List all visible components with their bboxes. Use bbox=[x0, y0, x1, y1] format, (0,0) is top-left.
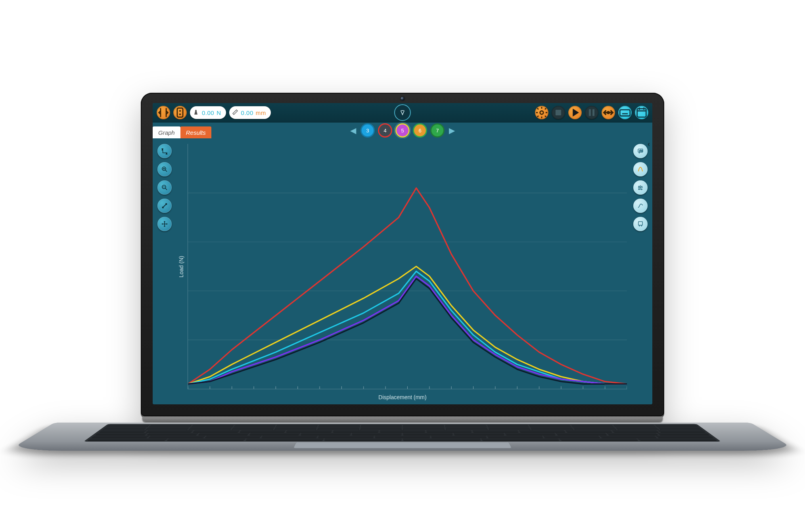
svg-rect-4 bbox=[556, 110, 561, 115]
left-graph-tools: yx bbox=[156, 142, 173, 401]
load-unit: N bbox=[217, 109, 221, 116]
laptop-frame: 0.00 N 0.00 mm bbox=[141, 93, 664, 439]
sample-chip-3[interactable]: 3 bbox=[362, 124, 374, 136]
svg-point-3 bbox=[540, 111, 544, 115]
sample-chip-7[interactable]: 7 bbox=[431, 124, 443, 136]
main-content: ‹ yx bbox=[153, 138, 652, 404]
toolbar-right-group bbox=[535, 106, 648, 119]
tab-results[interactable]: Results bbox=[180, 126, 211, 138]
save-button[interactable] bbox=[635, 106, 648, 119]
displacement-readout: 0.00 mm bbox=[229, 106, 271, 119]
x-axis-label: Displacement (mm) bbox=[176, 391, 629, 401]
plot-wrap: Load (N) Displacement (mm) bbox=[173, 142, 632, 401]
svg-rect-5 bbox=[589, 109, 591, 116]
svg-text:÷: ÷ bbox=[641, 188, 643, 190]
svg-point-1 bbox=[179, 110, 181, 112]
svg-text:×: × bbox=[638, 188, 640, 190]
sample-chip-4[interactable]: 4 bbox=[379, 124, 391, 136]
sample-prev-arrow[interactable]: ◀ bbox=[349, 124, 358, 137]
app-logo bbox=[394, 104, 411, 121]
sample-chip-6[interactable]: 6 bbox=[414, 124, 426, 136]
peak-analysis-button[interactable] bbox=[633, 162, 648, 176]
plot-area[interactable] bbox=[188, 144, 627, 389]
top-toolbar: 0.00 N 0.00 mm bbox=[153, 103, 652, 122]
play-button[interactable] bbox=[568, 106, 582, 119]
svg-text:y: y bbox=[162, 148, 163, 150]
screen-bezel: 0.00 N 0.00 mm bbox=[141, 93, 664, 416]
svg-rect-45 bbox=[638, 222, 643, 225]
weight-icon bbox=[192, 109, 199, 117]
y-axis-label: Load (N) bbox=[176, 142, 186, 391]
svg-rect-9 bbox=[637, 109, 646, 117]
svg-text:+Aa: +Aa bbox=[639, 149, 643, 152]
ruler-icon bbox=[232, 109, 239, 117]
tab-graph[interactable]: Graph bbox=[153, 126, 180, 138]
svg-point-2 bbox=[179, 113, 181, 115]
return-home-button[interactable] bbox=[602, 106, 615, 119]
collapse-right-panel-icon[interactable]: ‹ bbox=[648, 140, 650, 148]
svg-rect-0 bbox=[177, 108, 183, 117]
disp-unit: mm bbox=[256, 109, 266, 116]
zoom-out-button[interactable] bbox=[157, 180, 172, 195]
sample-chip-5[interactable]: 5 bbox=[397, 124, 408, 136]
sample-selector-bar: Graph Results ◀ 34567 ▶ bbox=[153, 122, 652, 138]
load-value: 0.00 bbox=[202, 109, 214, 116]
disp-value: 0.00 bbox=[241, 109, 253, 116]
load-readout: 0.00 N bbox=[190, 106, 226, 119]
view-tabs: Graph Results bbox=[153, 122, 211, 138]
plot-body: Load (N) bbox=[176, 142, 629, 391]
svg-rect-6 bbox=[592, 109, 594, 116]
laptop-base bbox=[141, 416, 664, 439]
axes-button[interactable]: yx bbox=[157, 144, 172, 158]
math-button[interactable]: +−×÷ bbox=[633, 180, 648, 195]
annotation-button[interactable]: +Aa bbox=[633, 144, 648, 158]
svg-text:−: − bbox=[641, 185, 643, 188]
settings-button[interactable] bbox=[535, 106, 548, 119]
toolbar-left-group: 0.00 N 0.00 mm bbox=[157, 106, 271, 119]
app-screen: 0.00 N 0.00 mm bbox=[153, 103, 652, 404]
zoom-in-button[interactable] bbox=[157, 162, 172, 176]
controller-button[interactable] bbox=[173, 106, 187, 119]
right-analysis-tools: +Aa +−×÷ bbox=[632, 142, 649, 401]
webcam-dot bbox=[401, 97, 404, 101]
fit-button[interactable] bbox=[157, 199, 172, 213]
stop-button[interactable] bbox=[552, 106, 565, 119]
cycle-markers-button[interactable] bbox=[633, 217, 648, 231]
sample-next-arrow[interactable]: ▶ bbox=[447, 124, 456, 137]
pan-button[interactable] bbox=[157, 217, 172, 231]
svg-text:+: + bbox=[638, 185, 640, 188]
svg-point-7 bbox=[608, 112, 610, 114]
svg-rect-8 bbox=[620, 110, 630, 116]
home-button[interactable] bbox=[157, 106, 170, 119]
sample-chips: 34567 bbox=[362, 124, 443, 136]
pause-button[interactable] bbox=[585, 106, 598, 119]
svg-text:x: x bbox=[166, 152, 167, 155]
curve-tool-button[interactable] bbox=[633, 199, 648, 213]
keyboard-button[interactable] bbox=[618, 106, 632, 119]
